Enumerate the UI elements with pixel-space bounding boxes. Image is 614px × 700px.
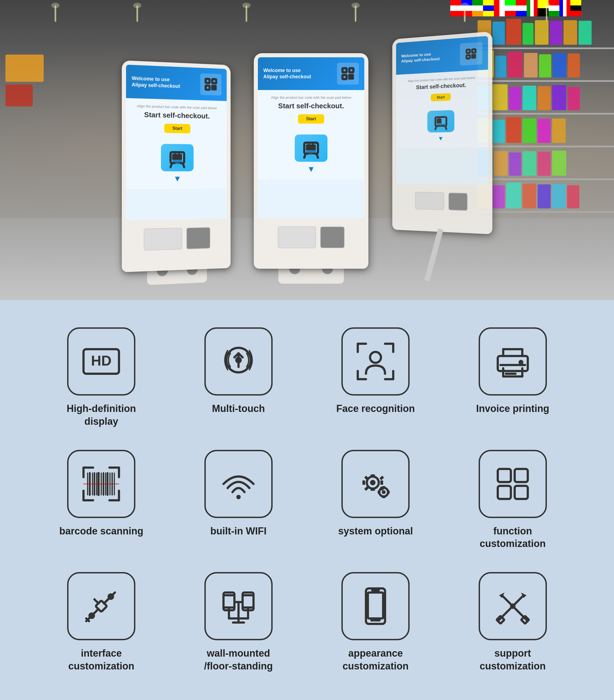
kiosk-right-start-btn[interactable]: Start: [431, 93, 451, 101]
kiosk-center-body: Welcome to use Alipay self-checkout: [254, 53, 368, 269]
feature-face-recognition-label: Face recognition: [336, 402, 415, 415]
kiosk-center-screen-header: Welcome to use Alipay self-checkout: [258, 57, 364, 90]
ceiling-light: [246, 5, 247, 22]
kiosk-left-stand: [147, 269, 207, 285]
svg-rect-92: [378, 490, 380, 494]
svg-rect-2: [206, 86, 210, 90]
svg-point-17: [173, 163, 182, 167]
feature-appearance-customization-icon-box: [341, 572, 409, 640]
svg-rect-81: [371, 488, 375, 491]
svg-rect-93: [388, 490, 390, 494]
feature-function-customization-icon-box: [479, 450, 547, 518]
hero-section: Welcome to use Alipay self-checkout: [0, 0, 614, 300]
kiosk-center: Welcome to use Alipay self-checkout: [251, 53, 371, 284]
kiosk-left-screen-body: Align the product bar code with the scan…: [126, 98, 227, 189]
kiosk-right: Welcome to use Alipay self-checkout: [390, 31, 495, 288]
svg-line-44: [445, 126, 446, 129]
kiosk-right-main-text: Start self-checkout.: [401, 81, 482, 91]
kiosk-left-start-btn[interactable]: Start: [164, 124, 191, 134]
feature-interface-customization-label: interface customization: [68, 647, 134, 673]
mount-icon: [218, 586, 259, 627]
wheel-right: [187, 269, 198, 275]
svg-rect-7: [214, 88, 216, 89]
kiosk-right-screen-title: Welcome to use Alipay self-checkout: [401, 51, 440, 64]
svg-rect-41: [474, 57, 475, 58]
red-box: [5, 85, 33, 107]
feature-barcode-scanning: barcode scanning: [41, 450, 162, 550]
feature-system-optional-icon-box: [341, 450, 409, 518]
svg-rect-83: [380, 480, 383, 485]
feature-built-in-wifi-icon-box: [205, 450, 273, 518]
svg-line-9: [171, 163, 172, 167]
svg-rect-82: [363, 480, 365, 485]
kiosk-center-product-icon: [295, 135, 328, 162]
tools-icon: [492, 586, 533, 627]
kiosk-center-product-area: ▼: [263, 135, 359, 174]
kiosk-right-slot-square: [448, 192, 467, 211]
barcode-icon: [81, 463, 122, 504]
features-grid: HD High-definition display: [41, 327, 573, 673]
kiosk-left-product-area: ▼: [132, 143, 222, 184]
svg-rect-91: [382, 496, 385, 498]
svg-rect-24: [352, 77, 353, 78]
kiosk-right-screen-body: Align the product bar code with the scan…: [396, 70, 488, 148]
kiosks-wrapper: Welcome to use Alipay self-checkout: [61, 36, 553, 284]
kiosk-left-screen: Welcome to use Alipay self-checkout: [126, 65, 227, 221]
ceiling-light: [355, 5, 356, 22]
feature-multi-touch-icon-box: [205, 327, 273, 396]
svg-line-102: [104, 599, 108, 603]
feature-invoice-printing: Invoice printing: [453, 327, 573, 428]
wheel-left-2: [289, 269, 300, 274]
kiosk-left: Welcome to use Alipay self-checkout: [119, 60, 233, 286]
kiosk-center-arrow: ▼: [263, 164, 359, 174]
kiosk-right-screen: Welcome to use Alipay self-checkout: [396, 36, 488, 185]
svg-rect-1: [212, 79, 217, 83]
kiosk-center-stand: [278, 269, 344, 284]
kiosk-left-qr: [200, 73, 222, 96]
kiosk-center-main-text: Start self-checkout.: [263, 102, 359, 110]
kiosk-left-slot-square: [186, 227, 210, 249]
kiosk-right-slot-wide: [415, 192, 444, 210]
svg-rect-35: [467, 50, 470, 53]
kiosk-right-stand: [424, 228, 443, 282]
kiosk-center-start-btn[interactable]: Start: [298, 114, 324, 124]
svg-rect-45: [437, 124, 445, 125]
svg-rect-125: [368, 592, 383, 618]
kiosk-left-bottom: [122, 223, 231, 255]
wheel-left: [157, 270, 168, 276]
feature-interface-customization-icon-box: [67, 572, 135, 640]
svg-rect-85: [380, 475, 384, 480]
touch-icon: [218, 341, 259, 382]
feature-built-in-wifi: built-in WIFI: [178, 450, 299, 550]
svg-rect-0: [206, 79, 210, 83]
svg-rect-97: [515, 486, 528, 499]
feature-support-customization: support customization: [453, 572, 573, 673]
feature-face-recognition-icon-box: [341, 327, 409, 396]
hd-icon: HD: [81, 341, 122, 382]
svg-point-79: [370, 480, 376, 485]
kiosk-left-product-icon: [161, 144, 194, 171]
svg-line-27: [317, 153, 318, 158]
kiosk-right-qr: [460, 42, 482, 66]
svg-rect-94: [498, 469, 511, 482]
feature-multi-touch-label: Multi-touch: [212, 402, 265, 415]
feature-interface-customization: interface customization: [41, 572, 162, 673]
wifi-icon: [218, 463, 259, 504]
svg-point-61: [519, 361, 522, 364]
svg-line-101: [95, 599, 99, 603]
feature-built-in-wifi-label: built-in WIFI: [210, 525, 267, 538]
face-icon: [355, 341, 396, 382]
svg-text:HD: HD: [91, 353, 112, 368]
kiosk-right-bottom: [392, 187, 493, 216]
feature-system-optional: system optional: [315, 450, 436, 550]
kiosk-center-qr: [337, 63, 359, 85]
feature-hd-display: HD High-definition display: [41, 327, 162, 428]
feature-barcode-scanning-icon-box: [67, 450, 135, 518]
grid-icon: [492, 463, 533, 504]
plug-icon: [81, 586, 122, 627]
feature-hd-display-icon-box: HD: [67, 327, 135, 396]
svg-point-89: [382, 490, 385, 494]
ceiling-light: [136, 5, 138, 22]
feature-appearance-customization: appearance customization: [315, 572, 436, 673]
wheel-right-2: [322, 269, 333, 274]
